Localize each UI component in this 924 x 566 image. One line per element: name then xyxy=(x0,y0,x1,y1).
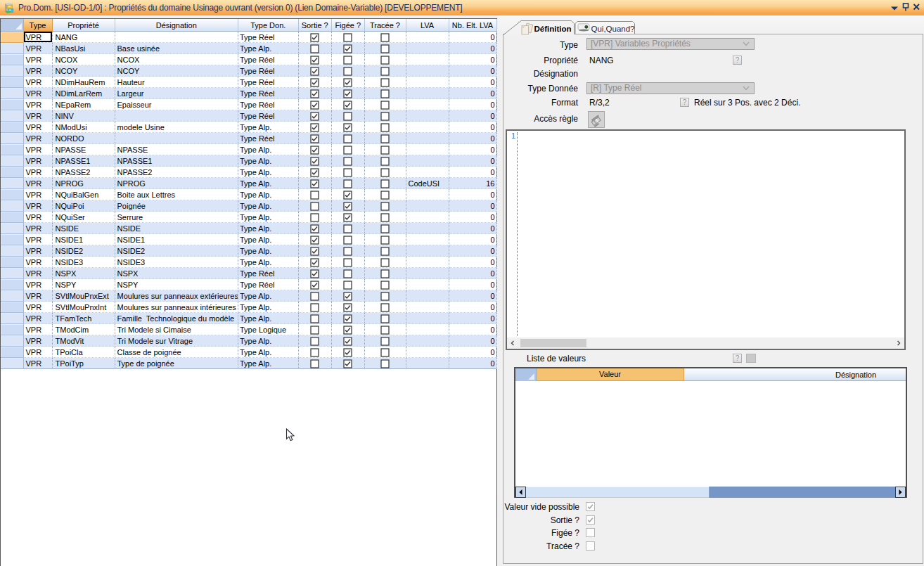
svg-text:Qui,Quand?: Qui,Quand? xyxy=(591,25,635,33)
svg-text:Définition: Définition xyxy=(534,25,572,33)
